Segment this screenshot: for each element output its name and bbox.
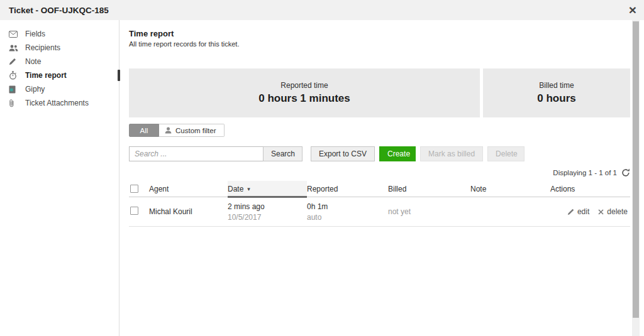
delete-action[interactable]: delete	[598, 207, 628, 216]
tab-custom-filter[interactable]: Custom filter	[159, 124, 225, 137]
delete-button[interactable]: Delete	[487, 146, 525, 161]
reported-mode: auto	[307, 213, 388, 222]
billed-cell: not yet	[388, 207, 470, 216]
refresh-icon[interactable]	[621, 168, 630, 177]
stopwatch-icon	[9, 71, 19, 80]
sidebar-item-time-report[interactable]: Time report	[0, 68, 119, 82]
sidebar-item-fields[interactable]: Fields	[0, 27, 119, 41]
active-item-indicator	[118, 70, 120, 81]
sidebar: Fields Recipients Note Time report Gi	[0, 20, 119, 336]
sort-desc-icon: ▾	[247, 186, 250, 192]
sidebar-item-label: Fields	[25, 30, 45, 38]
person-icon	[165, 127, 172, 134]
sidebar-item-label: Ticket Attachments	[25, 99, 89, 107]
mark-as-billed-button[interactable]: Mark as billed	[420, 146, 483, 161]
reported-time-panel: Reported time 0 hours 1 minutes	[129, 68, 480, 117]
toolbar: Search Export to CSV Create Mark as bill…	[129, 146, 630, 161]
row-checkbox-cell	[129, 207, 149, 217]
delete-action-label: delete	[607, 207, 628, 216]
page-subtitle: All time report records for this ticket.	[129, 40, 630, 48]
pagination: Displaying 1 - 1 of 1	[129, 168, 630, 177]
sidebar-item-label: Note	[25, 57, 41, 66]
paperclip-icon	[9, 99, 19, 107]
pagination-text: Displaying 1 - 1 of 1	[553, 169, 617, 176]
actions-cell: edit delete	[550, 207, 630, 216]
column-header-date-label: Date	[228, 185, 243, 193]
edit-pencil-icon	[567, 209, 574, 215]
select-all-checkbox-cell	[129, 181, 149, 197]
reported-duration: 0h 1m	[307, 202, 388, 211]
export-csv-button[interactable]: Export to CSV	[311, 146, 375, 161]
column-header-billed[interactable]: Billed	[388, 181, 470, 197]
search-button[interactable]: Search	[263, 146, 303, 161]
tab-custom-filter-label: Custom filter	[175, 127, 216, 134]
search-input[interactable]	[129, 146, 263, 161]
dialog-title: Ticket - OOF-UJKQC-185	[9, 6, 109, 15]
select-all-checkbox[interactable]	[130, 185, 138, 193]
table-header-row: Agent Date ▾ Reported Billed Note Action…	[129, 181, 630, 197]
time-report-table: Agent Date ▾ Reported Billed Note Action…	[129, 181, 630, 227]
column-header-note[interactable]: Note	[470, 181, 550, 197]
envelope-icon	[9, 31, 19, 38]
pencil-icon	[9, 58, 19, 65]
date-absolute: 10/5/2017	[228, 213, 307, 222]
agent-cell: Michal Kouril	[149, 207, 228, 216]
dialog-titlebar: Ticket - OOF-UJKQC-185 ×	[0, 0, 644, 20]
time-report-panel: Time report All time report records for …	[129, 20, 630, 227]
sidebar-item-ticket-attachments[interactable]: Ticket Attachments	[0, 96, 119, 110]
sidebar-item-recipients[interactable]: Recipients	[0, 41, 119, 55]
close-icon[interactable]: ×	[626, 2, 639, 18]
column-header-actions: Actions	[550, 181, 630, 197]
column-header-reported[interactable]: Reported	[307, 181, 388, 197]
billed-time-label: Billed time	[539, 81, 574, 90]
vertical-scrollbar	[632, 20, 640, 336]
image-icon	[9, 85, 19, 94]
sidebar-item-note[interactable]: Note	[0, 55, 119, 68]
tab-all[interactable]: All	[129, 124, 159, 137]
billed-time-panel: Billed time 0 hours	[483, 68, 630, 117]
delete-x-icon	[598, 209, 604, 215]
filter-tabs: All Custom filter	[129, 124, 630, 137]
column-header-agent[interactable]: Agent	[149, 181, 228, 197]
users-icon	[9, 45, 19, 51]
scrollbar-thumb[interactable]	[633, 21, 639, 318]
reported-cell: 0h 1m auto	[307, 202, 388, 222]
edit-action[interactable]: edit	[567, 207, 589, 216]
sidebar-item-label: Giphy	[25, 85, 45, 94]
billed-time-value: 0 hours	[537, 92, 575, 105]
edit-action-label: edit	[577, 207, 589, 216]
page-title: Time report	[129, 29, 630, 38]
column-header-date[interactable]: Date ▾	[228, 181, 307, 197]
create-button[interactable]: Create	[379, 146, 416, 161]
date-cell: 2 mins ago 10/5/2017	[228, 202, 307, 222]
sidebar-item-label: Time report	[25, 71, 67, 80]
reported-time-label: Reported time	[280, 81, 328, 90]
row-checkbox[interactable]	[130, 207, 138, 215]
reported-time-value: 0 hours 1 minutes	[258, 92, 350, 105]
summary-panels: Reported time 0 hours 1 minutes Billed t…	[129, 68, 630, 117]
date-relative: 2 mins ago	[228, 202, 307, 211]
table-row: Michal Kouril 2 mins ago 10/5/2017 0h 1m…	[129, 197, 630, 227]
sidebar-item-giphy[interactable]: Giphy	[0, 82, 119, 96]
sidebar-item-label: Recipients	[25, 43, 60, 52]
ticket-dialog: Ticket - OOF-UJKQC-185 × Fields Recipien…	[0, 0, 644, 336]
